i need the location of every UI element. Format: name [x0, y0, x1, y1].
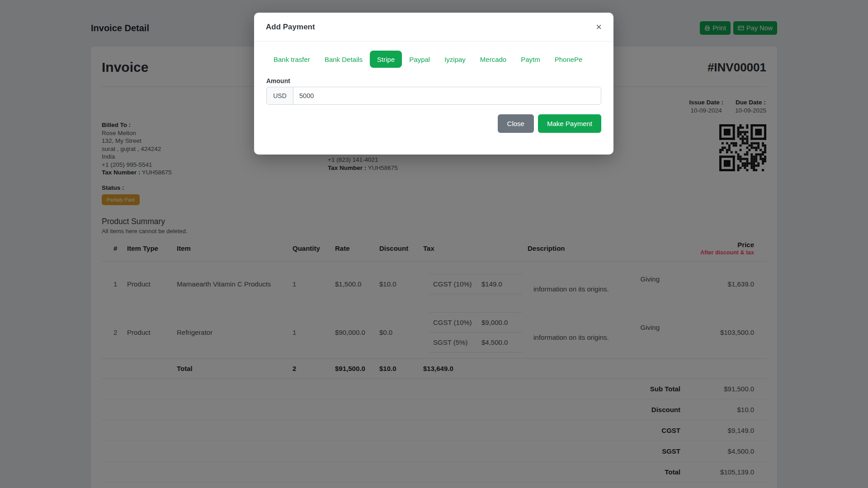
- payment-method-tabs: Bank trasfer Bank Details Stripe Paypal …: [266, 51, 601, 68]
- currency-prefix: USD: [266, 87, 293, 105]
- amount-input-group: USD: [266, 87, 601, 105]
- modal-actions: Close Make Payment: [266, 114, 601, 133]
- modal-body: Bank trasfer Bank Details Stripe Paypal …: [254, 42, 613, 133]
- invoice-detail-page: Invoice Detail Print Pay Now: [0, 0, 868, 488]
- tab-mercado[interactable]: Mercado: [473, 51, 514, 68]
- tab-paytm[interactable]: Paytm: [514, 51, 547, 68]
- make-payment-button[interactable]: Make Payment: [538, 114, 601, 133]
- tab-paypal[interactable]: Paypal: [402, 51, 437, 68]
- amount-label: Amount: [266, 77, 601, 84]
- close-icon[interactable]: ×: [596, 22, 602, 32]
- tab-iyzipay[interactable]: Iyzipay: [437, 51, 473, 68]
- modal-title: Add Payment: [266, 23, 315, 32]
- add-payment-modal: Add Payment × Bank trasfer Bank Details …: [254, 13, 613, 155]
- close-button[interactable]: Close: [498, 114, 534, 133]
- tab-bank-transfer[interactable]: Bank trasfer: [266, 51, 317, 68]
- tab-bank-details[interactable]: Bank Details: [317, 51, 370, 68]
- modal-header: Add Payment ×: [254, 13, 613, 42]
- amount-input[interactable]: [293, 87, 601, 105]
- tab-phonepe[interactable]: PhonePe: [547, 51, 590, 68]
- tab-stripe[interactable]: Stripe: [370, 51, 402, 68]
